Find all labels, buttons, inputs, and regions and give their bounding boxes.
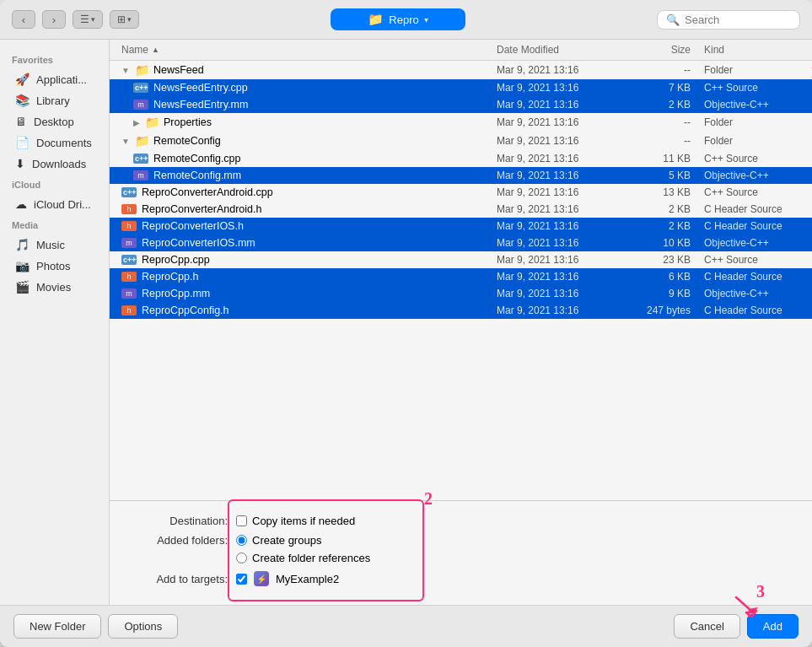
copy-items-checkbox[interactable] <box>236 515 247 526</box>
sidebar-item-photos[interactable]: 📷 Photos <box>3 256 105 276</box>
copy-items-label: Copy items if needed <box>252 515 355 527</box>
add-button[interactable]: Add <box>747 614 799 639</box>
table-row[interactable]: c++ RemoteConfig.cpp Mar 9, 2021 13:16 1… <box>110 150 812 167</box>
sidebar-item-downloads[interactable]: ⬇ Downloads <box>3 154 105 174</box>
file-date: Mar 9, 2021 13:16 <box>497 305 623 316</box>
table-row[interactable]: h ReproCpp.h Mar 9, 2021 13:16 6 KB C He… <box>110 268 812 285</box>
file-date: Mar 9, 2021 13:16 <box>497 203 623 215</box>
table-row[interactable]: m ReproCpp.mm Mar 9, 2021 13:16 9 KB Obj… <box>110 285 812 302</box>
table-row[interactable]: h ReproConverterAndroid.h Mar 9, 2021 13… <box>110 201 812 218</box>
table-row[interactable]: ▶ 📁 Properties Mar 9, 2021 13:16 -- Fold… <box>110 113 812 132</box>
search-icon: 🔍 <box>666 13 680 26</box>
col-size-header: Size <box>623 44 691 56</box>
target-app-icon: ⚡ <box>254 571 269 586</box>
sidebar-item-label: Downloads <box>32 158 86 170</box>
file-kind: C Header Source <box>691 203 800 215</box>
destination-label: Destination: <box>126 515 228 527</box>
file-date: Mar 9, 2021 13:16 <box>497 288 623 299</box>
create-groups-radio[interactable] <box>236 535 247 546</box>
file-name: ReproConverterIOS.mm <box>142 237 255 249</box>
location-container: 📁 Repro ▾ <box>146 8 650 30</box>
table-row[interactable]: c++ ReproCpp.cpp Mar 9, 2021 13:16 23 KB… <box>110 251 812 268</box>
list-view-button[interactable]: ☰ ▾ <box>73 10 103 29</box>
table-row[interactable]: c++ ReproConverterAndroid.cpp Mar 9, 202… <box>110 184 812 201</box>
table-row[interactable]: m ReproConverterIOS.mm Mar 9, 2021 13:16… <box>110 235 812 251</box>
location-selector[interactable]: 📁 Repro ▾ <box>331 8 465 30</box>
desktop-icon: 🖥 <box>15 115 27 128</box>
create-refs-radio[interactable] <box>236 553 247 563</box>
cancel-button[interactable]: Cancel <box>674 614 739 639</box>
file-name: ReproConverterAndroid.h <box>142 203 261 215</box>
file-kind: Folder <box>691 116 800 128</box>
search-box[interactable]: 🔍 <box>657 10 800 30</box>
file-size: -- <box>623 135 691 147</box>
file-name: ReproConverterIOS.h <box>142 220 244 232</box>
target-item: ⚡ MyExample2 <box>236 571 339 586</box>
file-list-container: Name ▲ Date Modified Size Kind ▼ 📁 NewsF… <box>110 40 812 605</box>
file-name: ReproConverterAndroid.cpp <box>142 186 273 198</box>
search-input[interactable] <box>685 13 791 26</box>
file-date: Mar 9, 2021 13:16 <box>497 116 623 128</box>
folder-icon: 📁 <box>145 116 159 129</box>
sidebar-item-desktop[interactable]: 🖥 Desktop <box>3 111 105 132</box>
new-folder-button[interactable]: New Folder <box>13 614 101 639</box>
sidebar-item-applications[interactable]: 🚀 Applicati... <box>3 69 105 89</box>
bottom-panel: 2 Destination: Copy items if needed Adde… <box>110 500 812 605</box>
destination-row: Destination: Copy items if needed <box>126 515 795 527</box>
sort-icon: ▲ <box>152 46 159 54</box>
file-size: 2 KB <box>623 220 691 232</box>
location-folder-icon: 📁 <box>368 12 384 27</box>
file-kind: Objective-C++ <box>691 237 800 249</box>
location-chevron-icon: ▾ <box>424 15 428 24</box>
file-date: Mar 9, 2021 13:16 <box>497 220 623 232</box>
table-row[interactable]: m NewsFeedEntry.mm Mar 9, 2021 13:16 2 K… <box>110 96 812 113</box>
toolbar: ‹ › ☰ ▾ ⊞ ▾ 📁 Repro ▾ 🔍 <box>0 0 812 40</box>
options-button[interactable]: Options <box>108 614 178 639</box>
icloud-label: iCloud <box>0 175 109 193</box>
sidebar-item-label: Photos <box>36 260 70 272</box>
table-row[interactable]: m RemoteConfig.mm Mar 9, 2021 13:16 5 KB… <box>110 167 812 184</box>
col-name-label: Name <box>121 44 148 56</box>
grid-view-button[interactable]: ⊞ ▾ <box>110 10 139 29</box>
sidebar-item-documents[interactable]: 📄 Documents <box>3 132 105 153</box>
sidebar-item-music[interactable]: 🎵 Music <box>3 235 105 255</box>
file-name: RemoteConfig.cpp <box>153 153 241 164</box>
main-area: Favorites 🚀 Applicati... 📚 Library 🖥 Des… <box>0 40 812 605</box>
file-date: Mar 9, 2021 13:16 <box>497 99 623 111</box>
expand-icon: ▼ <box>121 137 130 146</box>
file-size: 23 KB <box>623 254 691 266</box>
back-button[interactable]: ‹ <box>12 10 35 29</box>
file-size: 6 KB <box>623 271 691 283</box>
table-row[interactable]: ▼ 📁 RemoteConfig Mar 9, 2021 13:16 -- Fo… <box>110 132 812 150</box>
file-size: 9 KB <box>623 288 691 299</box>
target-name: MyExample2 <box>276 573 339 585</box>
table-row[interactable]: c++ NewsFeedEntry.cpp Mar 9, 2021 13:16 … <box>110 79 812 96</box>
folder-icon: 📁 <box>135 63 148 77</box>
mm-file-icon: m <box>121 288 137 299</box>
file-name: NewsFeedEntry.mm <box>153 99 248 111</box>
file-kind: C++ Source <box>691 82 800 94</box>
expand-icon: ▼ <box>121 66 130 75</box>
file-size: 7 KB <box>623 82 691 94</box>
location-name: Repro <box>389 13 418 26</box>
file-picker-dialog: ‹ › ☰ ▾ ⊞ ▾ 📁 Repro ▾ 🔍 Favorites 🚀 <box>0 0 812 647</box>
file-size: 5 KB <box>623 170 691 181</box>
file-date: Mar 9, 2021 13:16 <box>497 170 623 181</box>
sidebar-item-label: Applicati... <box>36 73 87 86</box>
h-file-icon: h <box>121 305 137 315</box>
table-row[interactable]: h ReproCppConfig.h Mar 9, 2021 13:16 247… <box>110 302 812 319</box>
sidebar-item-icloud[interactable]: ☁ iCloud Dri... <box>3 194 105 214</box>
table-row[interactable]: h ReproConverterIOS.h Mar 9, 2021 13:16 … <box>110 218 812 235</box>
table-row[interactable]: ▼ 📁 NewsFeed Mar 9, 2021 13:16 -- Folder… <box>110 61 812 79</box>
sidebar-item-label: Music <box>36 239 65 251</box>
forward-button[interactable]: › <box>42 10 66 29</box>
sidebar-item-movies[interactable]: 🎬 Movies <box>3 277 105 297</box>
sidebar-item-label: iCloud Dri... <box>34 198 91 211</box>
col-kind-header: Kind <box>691 44 800 56</box>
file-kind: Objective-C++ <box>691 170 800 181</box>
target-checkbox[interactable] <box>236 574 247 585</box>
file-name: ReproCpp.mm <box>142 288 210 299</box>
file-rows: ▼ 📁 NewsFeed Mar 9, 2021 13:16 -- Folder… <box>110 61 812 500</box>
file-kind: C++ Source <box>691 186 800 198</box>
sidebar-item-library[interactable]: 📚 Library <box>3 90 105 111</box>
